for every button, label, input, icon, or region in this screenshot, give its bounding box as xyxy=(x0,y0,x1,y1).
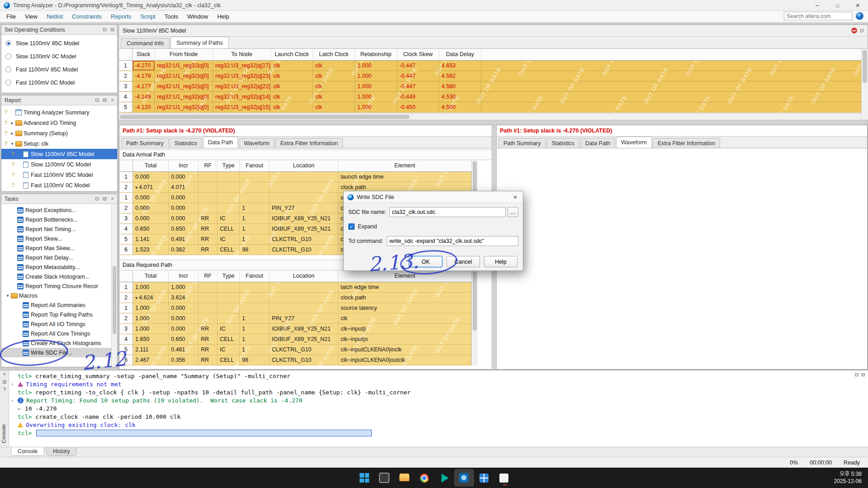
launch-clock-cell[interactable]: clk xyxy=(271,61,313,71)
data-delay-cell[interactable]: 4.530 xyxy=(439,92,481,102)
total-cell[interactable]: 1.000 xyxy=(133,313,169,323)
maximize-icon[interactable] xyxy=(827,0,848,10)
clock-skew-cell[interactable]: -0.449 xyxy=(397,92,439,102)
location-cell[interactable] xyxy=(270,193,338,203)
path-tab[interactable]: Waveform xyxy=(239,138,275,148)
rf-cell[interactable] xyxy=(199,203,218,213)
from-node-cell[interactable]: reg32:U1_reg32|q[0] xyxy=(155,71,213,81)
rf-cell[interactable] xyxy=(199,293,218,303)
type-cell[interactable]: CELL xyxy=(218,245,240,255)
task-item[interactable]: Report Timing Closure Recor xyxy=(1,281,112,291)
total-cell[interactable]: 1.000 xyxy=(133,303,169,313)
header-cell[interactable]: Incr xyxy=(169,160,199,171)
table-row[interactable]: 5 -4.120 reg32:U1_reg32|q[0] reg32:U3_re… xyxy=(119,102,861,113)
expand-chevron-icon[interactable] xyxy=(11,398,18,403)
operating-condition-option[interactable]: Fast 1100mV 85C Model xyxy=(1,63,117,76)
taskbar-clock[interactable]: 오후 5:38 2025-12-06 xyxy=(834,470,862,485)
element-cell[interactable]: clk~inputCLKENA0|outclk xyxy=(338,355,471,365)
taskbar-app-button[interactable] xyxy=(375,469,394,487)
report-tree-item[interactable]: Timing Analyzer Summary xyxy=(1,107,117,118)
console-line[interactable]: tcl> create_clock -name clk -period 10.0… xyxy=(11,412,850,421)
header-cell[interactable]: Total xyxy=(133,160,169,171)
taskbar-app-button[interactable] xyxy=(355,469,375,487)
task-item[interactable]: Report All Core Timings xyxy=(1,329,112,338)
report-tree-item[interactable]: Advanced I/O Timing xyxy=(1,118,117,128)
table-row[interactable]: 4 -4.149 reg32:U1_reg32|q[0] reg32:U3_re… xyxy=(119,92,861,102)
table-row[interactable]: 6 2.467 0.356 RR CELL 98 CLKCTRL_G10 clk… xyxy=(119,355,471,365)
location-cell[interactable]: IOIBUF_X89_Y25_N21 xyxy=(270,213,338,223)
required-scrollbar[interactable] xyxy=(471,270,478,365)
taskbar-app-button[interactable] xyxy=(394,469,414,487)
header-cell[interactable]: Element xyxy=(338,270,471,282)
scrollbar-thumb[interactable] xyxy=(120,115,409,119)
float-icon[interactable] xyxy=(94,97,100,103)
incr-cell[interactable]: 0.650 xyxy=(169,224,199,234)
fanout-cell[interactable]: 1 xyxy=(240,313,270,323)
ok-button[interactable]: OK xyxy=(409,256,442,267)
console-line[interactable]: tcl> xyxy=(11,429,850,437)
rf-cell[interactable]: RR xyxy=(199,234,218,244)
incr-cell[interactable]: 0.382 xyxy=(169,245,199,255)
task-item[interactable]: Report All Summaries xyxy=(1,300,112,310)
task-item[interactable]: Report Net Timing... xyxy=(1,224,112,234)
console-line[interactable]: ← 10 -4.270 xyxy=(11,404,850,412)
incr-cell[interactable]: 0.000 xyxy=(169,303,199,313)
header-cell[interactable]: Type xyxy=(218,270,240,282)
incr-cell[interactable]: 0.000 xyxy=(169,193,199,203)
to-node-cell[interactable]: reg32:U3_reg32|q[14] xyxy=(213,92,271,102)
close-icon[interactable] xyxy=(0,370,9,378)
header-cell[interactable]: Element xyxy=(338,160,471,171)
fanout-cell[interactable]: 1 xyxy=(240,324,270,334)
fanout-cell[interactable] xyxy=(240,303,270,313)
type-cell[interactable]: IC xyxy=(218,213,240,223)
table-row[interactable]: 2 -4.179 reg32:U1_reg32|q[0] reg32:U3_re… xyxy=(119,71,861,81)
clock-skew-cell[interactable]: -0.447 xyxy=(397,71,439,81)
rf-cell[interactable]: RR xyxy=(199,345,218,355)
relationship-cell[interactable]: 1.000 xyxy=(355,71,397,81)
table-row[interactable]: 5 2.111 0.461 RR IC 1 CLKCTRL_G10 clk~in… xyxy=(119,345,471,355)
location-cell[interactable] xyxy=(270,172,338,182)
slack-cell[interactable]: -4.120 xyxy=(133,102,155,112)
summary-vertical-scrollbar[interactable] xyxy=(861,49,868,120)
location-cell[interactable]: PIN_Y27 xyxy=(270,313,338,323)
latch-clock-cell[interactable]: clk xyxy=(313,71,355,81)
rf-cell[interactable] xyxy=(199,172,218,182)
report-tree-item[interactable]: Fast 1100mV 85C Model xyxy=(1,170,117,180)
taskbar-app-button[interactable] xyxy=(474,469,494,487)
type-cell[interactable] xyxy=(218,182,240,192)
rf-cell[interactable] xyxy=(199,303,218,313)
minimize-icon[interactable] xyxy=(807,0,827,10)
fanout-cell[interactable]: 98 xyxy=(240,245,270,255)
rf-cell[interactable]: RR xyxy=(199,355,218,365)
task-item[interactable]: Report Skew... xyxy=(1,234,112,243)
incr-cell[interactable]: 0.650 xyxy=(169,334,199,344)
location-cell[interactable]: CLKCTRL_G10 xyxy=(270,234,338,244)
report-tree-item[interactable]: Fast 1100mV 0C Model xyxy=(1,180,117,190)
slack-cell[interactable]: -4.177 xyxy=(133,81,155,91)
float-icon[interactable] xyxy=(855,372,859,378)
cancel-button[interactable]: Cancel xyxy=(446,256,480,267)
location-cell[interactable]: IOIBUF_X89_Y25_N21 xyxy=(270,224,338,234)
incr-cell[interactable]: 4.071 xyxy=(169,182,199,192)
taskbar-app-button[interactable] xyxy=(454,469,474,487)
console-line[interactable]: Report Timing: Found 10 setup paths (10 … xyxy=(11,396,850,404)
header-cell[interactable]: To Node xyxy=(213,49,271,60)
path-tab[interactable]: Waveform xyxy=(616,137,652,148)
data-delay-cell[interactable]: 4.562 xyxy=(439,71,481,81)
type-cell[interactable]: CELL xyxy=(218,355,240,365)
operating-condition-option[interactable]: Slow 1100mV 0C Model xyxy=(1,50,117,63)
task-item[interactable]: Report Metastability... xyxy=(1,262,112,272)
close-icon[interactable] xyxy=(508,194,523,201)
task-item[interactable]: Report Net Delay... xyxy=(1,253,112,262)
header-cell[interactable]: RF xyxy=(199,270,218,282)
location-cell[interactable]: CLKCTRL_G10 xyxy=(270,355,338,365)
header-cell[interactable]: Location xyxy=(270,160,338,171)
total-cell[interactable]: 2.467 xyxy=(133,355,169,365)
location-cell[interactable] xyxy=(270,293,338,303)
console-input-selection[interactable] xyxy=(36,430,372,436)
table-row[interactable]: 1 -4.270 reg32:U1_reg32|q[0] reg32:U3_re… xyxy=(119,61,861,71)
task-item[interactable]: Report All I/O Timings xyxy=(1,319,112,329)
tasks-scrollbar[interactable] xyxy=(111,204,117,367)
type-cell[interactable]: IC xyxy=(218,234,240,244)
to-node-cell[interactable]: reg32:U3_reg32|q[22] xyxy=(213,81,271,91)
